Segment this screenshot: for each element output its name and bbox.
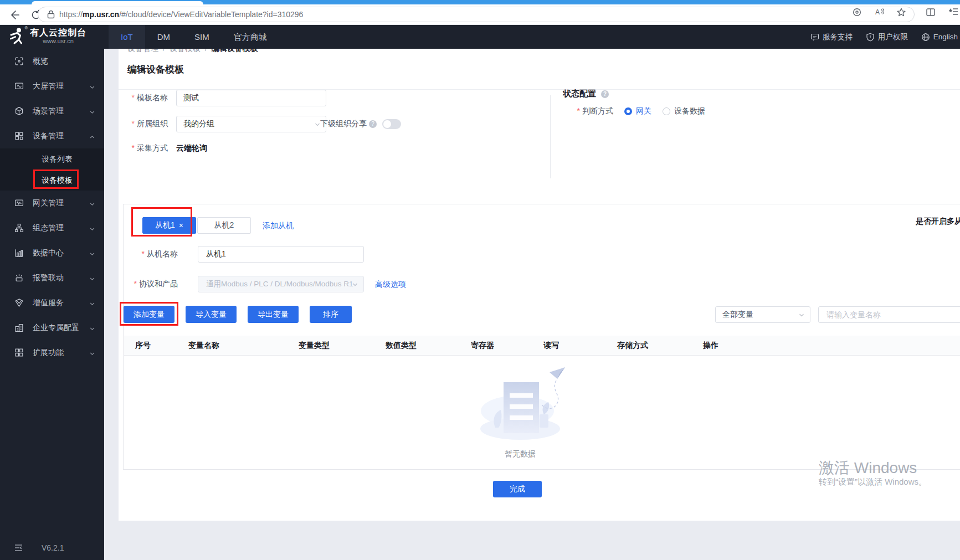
topnav-language[interactable]: English xyxy=(921,33,958,42)
data-icon xyxy=(14,248,24,258)
shield-icon xyxy=(866,33,875,42)
collect-method-value: 云端轮询 xyxy=(176,143,207,153)
app-logo[interactable]: 有人云控制台 www.usr.cn xyxy=(8,27,86,45)
slave-name-input[interactable] xyxy=(198,246,364,263)
sidebar-item-data-center[interactable]: 数据中心 xyxy=(0,240,104,265)
sidebar-submenu: 设备列表设备模板 xyxy=(0,148,104,191)
add-variable-button[interactable]: 添加变量 xyxy=(124,306,174,323)
protocol-label: 协议和产品 xyxy=(124,279,178,289)
advanced-options-link[interactable]: 高级选项 xyxy=(375,280,406,290)
sidebar-item-gateway-mgmt[interactable]: 网关管理 xyxy=(0,191,104,215)
export-variable-button[interactable]: 导出变量 xyxy=(248,306,299,323)
sidebar-menu: 概览大屏管理场景管理设备管理设备列表设备模板网关管理组态管理数据中心报警联动增值… xyxy=(0,49,104,365)
variable-type-filter[interactable]: 全部变量 xyxy=(715,306,810,323)
close-icon[interactable] xyxy=(179,222,183,229)
tab-slave-1[interactable]: 从机1 xyxy=(142,217,196,234)
column-header-2: 变量类型 xyxy=(288,341,374,351)
read-aloud-icon[interactable]: A xyxy=(874,7,884,17)
page-title: 编辑设备模板 xyxy=(127,63,184,76)
version-label: V6.2.1 xyxy=(42,543,64,552)
slave-name-label: 从机名称 xyxy=(124,249,178,259)
variable-table-header: 序号变量名称变量类型数值类型寄存器读写存储方式操作 xyxy=(124,336,960,356)
radio-selected-icon xyxy=(624,107,632,115)
chevron-down-icon xyxy=(89,200,95,206)
overview-icon xyxy=(14,56,24,66)
svg-text:A: A xyxy=(875,8,880,16)
help-icon[interactable] xyxy=(601,90,609,98)
radio-device-data[interactable]: 设备数据 xyxy=(663,106,705,116)
activate-windows-watermark: 激活 Windows xyxy=(819,458,917,479)
sidebar-item-device-mgmt[interactable]: 设备管理 xyxy=(0,124,104,148)
sidebar-item-value-added[interactable]: 增值服务 xyxy=(0,290,104,315)
usr-person-logo-icon xyxy=(8,27,25,45)
column-header-3: 数值类型 xyxy=(374,341,460,351)
chevron-down-icon xyxy=(352,281,358,288)
template-name-input[interactable] xyxy=(176,90,326,106)
tab-slave-2[interactable]: 从机2 xyxy=(197,217,251,234)
sidebar-item-alarm-linkage[interactable]: 报警联动 xyxy=(0,265,104,290)
back-icon[interactable] xyxy=(9,9,21,21)
template-name-label: 模板名称 xyxy=(127,93,168,103)
nav-tab-iot[interactable]: IoT xyxy=(109,25,145,49)
judge-method-row: 判断方式 网关设备数据 xyxy=(551,107,705,116)
sidebar-subitem-device-template[interactable]: 设备模板 xyxy=(0,169,104,191)
alarm-icon xyxy=(14,273,24,282)
nav-tab-mall[interactable]: 官方商城 xyxy=(222,25,279,49)
chevron-down-icon xyxy=(89,350,95,356)
chevron-down-icon xyxy=(89,108,95,114)
column-header-6: 存储方式 xyxy=(606,341,692,351)
judge-options: 网关设备数据 xyxy=(613,106,705,116)
sidebar-item-scada-mgmt[interactable]: 组态管理 xyxy=(0,215,104,240)
address-bar[interactable]: https://mp.usr.cn/#/cloud/device/ViewEdi… xyxy=(38,7,915,22)
sort-button[interactable]: 排序 xyxy=(310,306,352,323)
slave-tabs: 从机1从机2 xyxy=(142,217,251,234)
tracking-prevention-icon[interactable] xyxy=(852,7,862,17)
browser-titlebar xyxy=(0,0,960,4)
help-icon[interactable] xyxy=(369,120,377,128)
nav-tab-dm[interactable]: DM xyxy=(145,25,182,49)
screen: https://mp.usr.cn/#/cloud/device/ViewEdi… xyxy=(0,0,960,560)
column-header-7: 操作 xyxy=(692,341,960,351)
judge-method-label: 判断方式 xyxy=(551,106,613,116)
radio-gateway[interactable]: 网关 xyxy=(624,106,651,116)
sidebar-item-screen-mgmt[interactable]: 大屏管理 xyxy=(0,74,104,99)
share-label: 下级组织分享 xyxy=(320,119,367,129)
organization-select[interactable]: 我的分组 xyxy=(176,116,326,132)
enterprise-icon xyxy=(14,323,24,332)
favorite-star-icon[interactable] xyxy=(896,7,906,17)
chat-icon xyxy=(810,33,819,42)
split-screen-icon[interactable] xyxy=(926,7,936,17)
chevron-down-icon xyxy=(89,83,95,89)
done-button[interactable]: 完成 xyxy=(493,481,542,497)
chevron-down-icon xyxy=(798,312,805,318)
url-text: https://mp.usr.cn/#/cloud/device/ViewEdi… xyxy=(59,10,303,19)
topnav-tabs: IoTDMSIM官方商城 xyxy=(109,25,279,49)
lock-icon xyxy=(47,10,55,19)
topnav-permissions[interactable]: 用户权限 xyxy=(866,32,908,42)
nav-tab-sim[interactable]: SIM xyxy=(182,25,222,49)
topnav-support[interactable]: 服务支持 xyxy=(810,32,853,42)
sidebar-item-scene-mgmt[interactable]: 场景管理 xyxy=(0,99,104,124)
sidebar-item-extensions[interactable]: 扩展功能 xyxy=(0,340,104,365)
sidebar: 概览大屏管理场景管理设备管理设备列表设备模板网关管理组态管理数据中心报警联动增值… xyxy=(0,49,104,560)
sidebar-subitem-device-list[interactable]: 设备列表 xyxy=(0,148,104,169)
slave-panel: 从机1从机2 添加从机 是否开启多从机 从机名称 协议和产品 通用Modbus … xyxy=(123,204,960,470)
browser-toolbar: https://mp.usr.cn/#/cloud/device/ViewEdi… xyxy=(0,4,960,25)
chevron-down-icon xyxy=(89,325,95,331)
chevron-down-icon xyxy=(89,300,95,306)
import-variable-button[interactable]: 导入变量 xyxy=(186,306,237,323)
sidebar-item-overview[interactable]: 概览 xyxy=(0,49,104,74)
template-name-row: 模板名称 xyxy=(127,90,326,106)
collapse-sidebar-icon[interactable] xyxy=(14,544,23,552)
vas-icon xyxy=(14,298,24,307)
sidebar-item-enterprise-config[interactable]: 企业专属配置 xyxy=(0,315,104,340)
screen-icon xyxy=(14,81,24,91)
collect-method-label: 采集方式 xyxy=(127,143,168,153)
collections-icon[interactable] xyxy=(949,7,959,17)
collect-method-row: 采集方式 云端轮询 xyxy=(127,142,207,155)
share-toggle[interactable] xyxy=(382,119,401,129)
add-slave-link[interactable]: 添加从机 xyxy=(263,221,294,231)
logo-title: 有人云控制台 xyxy=(30,27,86,38)
logo-subtitle: www.usr.cn xyxy=(30,38,86,45)
variable-search-input[interactable] xyxy=(818,306,960,323)
